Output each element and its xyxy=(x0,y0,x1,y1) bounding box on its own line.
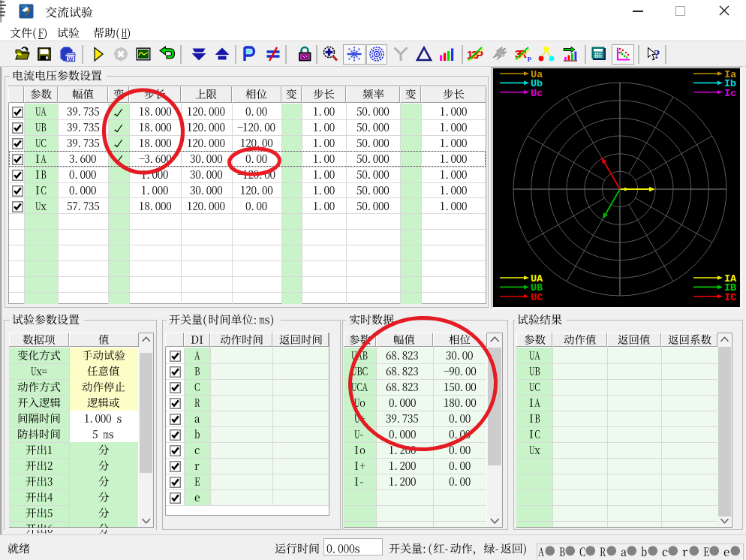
svg-text:W: W xyxy=(68,56,74,62)
svg-text:UC: UC xyxy=(531,292,543,303)
svg-text:P: P xyxy=(528,56,532,63)
svg-text:Uc: Uc xyxy=(531,88,543,99)
svg-text:Ic: Ic xyxy=(724,88,736,99)
svg-text:?: ? xyxy=(654,47,660,62)
svg-text:IC: IC xyxy=(724,292,736,303)
